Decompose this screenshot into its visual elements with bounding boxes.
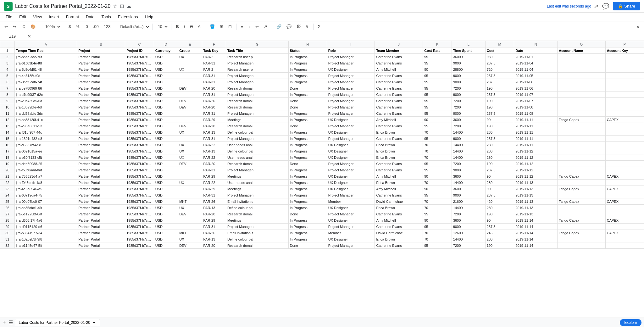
table-cell[interactable]: Meetings bbox=[226, 217, 288, 224]
col-header-e[interactable]: E bbox=[178, 41, 202, 47]
table-cell[interactable]: USD bbox=[154, 173, 178, 180]
table-cell[interactable]: PAR-20 bbox=[202, 123, 226, 129]
redo-button[interactable]: ↪ bbox=[11, 23, 18, 30]
table-cell[interactable]: USD bbox=[154, 123, 178, 129]
table-cell[interactable] bbox=[557, 79, 605, 85]
borders-button[interactable]: ⊞ bbox=[218, 23, 225, 30]
table-cell[interactable]: 2019-11-14 bbox=[514, 217, 557, 224]
table-cell[interactable]: USD bbox=[154, 148, 178, 154]
table-cell[interactable]: 90 bbox=[485, 117, 514, 123]
table-cell[interactable]: Partner Portal bbox=[77, 123, 125, 129]
table-cell[interactable]: 2019-11-13 bbox=[514, 211, 557, 217]
table-cell[interactable] bbox=[605, 142, 644, 148]
table-cell[interactable]: PAR-20 bbox=[202, 85, 226, 91]
table-cell[interactable]: 3600 bbox=[452, 186, 485, 192]
table-cell[interactable]: 7200 bbox=[452, 85, 485, 91]
chart-icon[interactable]: ↗ bbox=[594, 3, 598, 10]
table-cell[interactable]: 95 bbox=[423, 136, 452, 142]
table-cell[interactable]: PAR-20 bbox=[202, 242, 226, 249]
table-cell[interactable]: Catherine Evans bbox=[375, 85, 423, 91]
table-cell[interactable]: Partner Portal bbox=[77, 60, 125, 66]
star-icon[interactable]: ☆ bbox=[113, 3, 117, 9]
table-cell[interactable]: jira-60719da4-75 bbox=[14, 192, 77, 198]
table-cell[interactable] bbox=[605, 98, 644, 104]
table-cell[interactable]: UX Designer bbox=[327, 217, 375, 224]
table-cell[interactable]: 1985d37f-b7c5-4 bbox=[125, 117, 154, 123]
table-cell[interactable]: 237.5 bbox=[485, 224, 514, 230]
fill-color-button[interactable]: 🪣 bbox=[208, 23, 217, 30]
table-cell[interactable]: PAR-20 bbox=[202, 161, 226, 167]
table-cell[interactable]: Partner Portal bbox=[77, 91, 125, 98]
strikethrough-button[interactable]: S bbox=[188, 23, 195, 30]
table-cell[interactable]: Project Managen bbox=[226, 73, 288, 79]
table-cell[interactable]: In Progress bbox=[288, 217, 327, 224]
table-cell[interactable] bbox=[605, 205, 644, 211]
table-cell[interactable]: jira-ce780960-86 bbox=[14, 85, 77, 91]
table-cell[interactable] bbox=[605, 148, 644, 154]
table-cell[interactable]: Partner Portal bbox=[77, 236, 125, 242]
table-cell[interactable]: 1985d37f-b7c5-4 bbox=[125, 60, 154, 66]
table-cell[interactable]: Catherine Evans bbox=[375, 161, 423, 167]
print-button[interactable]: 🖨 bbox=[19, 23, 27, 30]
table-cell[interactable]: Catherine Evans bbox=[375, 110, 423, 117]
table-cell[interactable]: 95 bbox=[423, 79, 452, 85]
table-cell[interactable]: 1985d37f-b7c5-4 bbox=[125, 205, 154, 211]
table-cell[interactable]: USD bbox=[154, 98, 178, 104]
table-cell[interactable]: Partner Portal bbox=[77, 110, 125, 117]
table-cell[interactable]: PAR-20 bbox=[202, 98, 226, 104]
table-cell[interactable]: jira-fb8c0aad-0at bbox=[14, 167, 77, 173]
col-header-c[interactable]: C bbox=[125, 41, 154, 47]
table-cell[interactable]: Member bbox=[327, 198, 375, 205]
table-cell[interactable]: In Progress bbox=[288, 236, 327, 242]
cloud-icon[interactable]: ☁ bbox=[126, 3, 131, 9]
table-cell[interactable]: Done bbox=[288, 242, 327, 249]
table-cell[interactable]: 14400 bbox=[452, 154, 485, 161]
table-cell[interactable]: In Progress bbox=[288, 136, 327, 142]
undo-button[interactable]: ↩ bbox=[3, 23, 10, 30]
table-cell[interactable]: 1985d37f-b7c5-4 bbox=[125, 211, 154, 217]
table-cell[interactable]: CAPEX bbox=[605, 173, 644, 180]
table-cell[interactable]: PAR-31 bbox=[202, 167, 226, 173]
table-cell[interactable]: In Progress bbox=[288, 60, 327, 66]
font-select[interactable]: Default (Ari...) bbox=[118, 24, 150, 30]
table-cell[interactable]: Research domai bbox=[226, 123, 288, 129]
table-cell[interactable]: 190 bbox=[485, 98, 514, 104]
menu-insert[interactable]: Insert bbox=[46, 14, 62, 20]
table-cell[interactable]: 95 bbox=[423, 211, 452, 217]
table-cell[interactable]: Done bbox=[288, 104, 327, 110]
table-cell[interactable]: Tango Capex bbox=[557, 186, 605, 192]
table-cell[interactable]: Partner Portal bbox=[77, 173, 125, 180]
table-cell[interactable] bbox=[557, 211, 605, 217]
filter-button[interactable]: ⊽ bbox=[304, 23, 311, 30]
table-cell[interactable]: jira-f045defb-1a8 bbox=[14, 180, 77, 186]
table-cell[interactable]: 95 bbox=[423, 60, 452, 66]
table-cell[interactable]: PAR-29 bbox=[202, 186, 226, 192]
table-cell[interactable]: 95 bbox=[423, 85, 452, 91]
table-cell[interactable]: Project Manager bbox=[327, 242, 375, 249]
table-cell[interactable]: 95 bbox=[423, 54, 452, 60]
table-cell[interactable]: 1985d37f-b7c5-4 bbox=[125, 161, 154, 167]
table-cell[interactable]: 70 bbox=[423, 129, 452, 136]
table-cell[interactable]: Partner Portal bbox=[77, 98, 125, 104]
table-cell[interactable] bbox=[605, 123, 644, 129]
table-cell[interactable] bbox=[605, 211, 644, 217]
table-cell[interactable]: Project Managen bbox=[226, 79, 288, 85]
table-cell[interactable]: USD bbox=[154, 217, 178, 224]
table-cell[interactable]: jira-d606f17f-4a6 bbox=[14, 217, 77, 224]
bold-button[interactable]: B bbox=[174, 23, 180, 30]
table-cell[interactable]: 95 bbox=[423, 192, 452, 198]
menu-file[interactable]: File bbox=[3, 14, 15, 20]
table-cell[interactable]: Partner Portal bbox=[77, 180, 125, 186]
table-cell[interactable]: jira-d5387bf4-98 bbox=[14, 142, 77, 148]
table-cell[interactable] bbox=[178, 173, 202, 180]
col-header-l[interactable]: L bbox=[452, 41, 485, 47]
table-cell[interactable]: Define colour pal bbox=[226, 129, 288, 136]
table-cell[interactable]: 36000 bbox=[452, 54, 485, 60]
table-cell[interactable]: 280 bbox=[485, 180, 514, 186]
table-cell[interactable]: Partner Portal bbox=[77, 161, 125, 167]
table-cell[interactable]: 2019-11-11 bbox=[514, 117, 557, 123]
table-cell[interactable] bbox=[557, 236, 605, 242]
table-cell[interactable]: 90 bbox=[423, 66, 452, 73]
table-cell[interactable]: jira-c7e90f37-d2c bbox=[14, 91, 77, 98]
table-cell[interactable]: Meetings bbox=[226, 117, 288, 123]
